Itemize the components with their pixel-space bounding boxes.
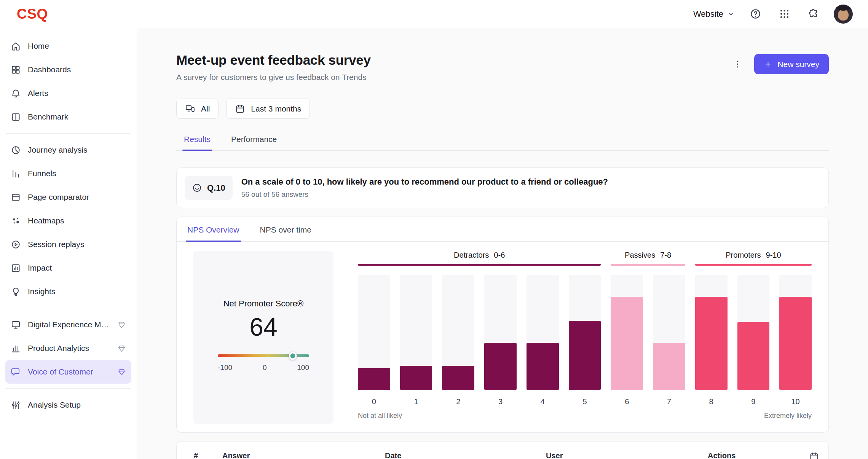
sidebar-item-product-analytics[interactable]: Product Analytics [5, 336, 131, 360]
sidebar-item-funnels[interactable]: Funnels [5, 162, 131, 185]
sidebar-item-label: Product Analytics [28, 344, 89, 353]
sidebar-item-page-comparator[interactable]: Page comparator [5, 185, 131, 209]
gauge-max-label: 100 [297, 363, 309, 372]
nps-gauge [218, 354, 309, 357]
group-label: Detractors0-6 [454, 251, 505, 260]
help-button[interactable] [747, 6, 764, 22]
bar-2[interactable] [442, 275, 474, 390]
x-tick-3: 3 [484, 397, 517, 406]
sidebar-item-label: Page comparator [28, 193, 89, 202]
body: HomeDashboardsAlertsBenchmarkJourney ana… [0, 28, 868, 459]
date-range-label: Last 3 months [251, 104, 301, 113]
question-text-block: On a scale of 0 to 10, how likely are yo… [241, 176, 608, 199]
x-tick-10: 10 [779, 397, 812, 406]
project-switcher[interactable]: Website [693, 9, 735, 19]
results-performance-tabs: Results Performance [176, 134, 829, 151]
sidebar-item-analysis-setup[interactable]: Analysis Setup [5, 393, 131, 417]
help-icon [750, 8, 761, 20]
x-tick-2: 2 [442, 397, 474, 406]
topbar-actions: Website [693, 5, 853, 24]
column-header-num[interactable]: # [194, 451, 222, 459]
nps-score-panel: Net Promoter Score® 64 -100 0 100 [193, 251, 333, 424]
answers-table-header-row: #AnswerDateUserActions [194, 451, 809, 459]
bar-9[interactable] [737, 275, 770, 390]
bar-0[interactable] [358, 275, 390, 390]
x-tick-8: 8 [695, 397, 728, 406]
tab-results[interactable]: Results [182, 134, 212, 150]
sidebar-item-heatmaps[interactable]: Heatmaps [5, 209, 131, 233]
voice-of-customer-icon [11, 367, 21, 377]
bar-7[interactable] [653, 275, 685, 390]
gem-icon [117, 320, 126, 329]
x-tick-0: 0 [358, 397, 390, 406]
column-header-answer[interactable]: Answer [222, 451, 385, 459]
dashboards-icon [11, 65, 21, 75]
bar-fill-9 [737, 322, 770, 390]
group-header-detractors: Detractors0-6 [358, 251, 601, 266]
insights-icon [11, 287, 21, 297]
column-header-actions[interactable]: Actions [708, 451, 736, 459]
apps-grid-icon [779, 8, 790, 20]
new-survey-label: New survey [777, 60, 819, 69]
nps-score-label: Net Promoter Score® [223, 299, 304, 309]
sidebar-item-impact[interactable]: Impact [5, 256, 131, 280]
sidebar-item-label: Digital Experience Monitor... [28, 320, 110, 329]
bar-5[interactable] [569, 275, 601, 390]
bar-1[interactable] [400, 275, 432, 390]
devices-icon [185, 104, 195, 114]
csq-logo: CSQ [17, 6, 48, 22]
sidebar-item-label: Funnels [28, 169, 56, 178]
tab-nps-over-time[interactable]: NPS over time [258, 217, 313, 241]
column-header-date[interactable]: Date [385, 451, 546, 459]
sidebar-item-home[interactable]: Home [5, 34, 131, 58]
x-tick-4: 4 [527, 397, 559, 406]
sidebar-item-alerts[interactable]: Alerts [5, 81, 131, 105]
sidebar-item-digital-experience-monitoring[interactable]: Digital Experience Monitor... [5, 313, 131, 336]
group-line [611, 264, 685, 266]
x-tick-5: 5 [569, 397, 601, 406]
question-card: Q.10 On a scale of 0 to 10, how likely a… [176, 167, 829, 208]
sidebar-item-dashboards[interactable]: Dashboards [5, 58, 131, 81]
device-filter-button[interactable]: All [176, 99, 219, 119]
bar-6[interactable] [611, 275, 643, 390]
nps-body: Net Promoter Score® 64 -100 0 100 [177, 242, 828, 432]
table-calendar-icon[interactable] [809, 451, 819, 459]
sidebar-item-voice-of-customer[interactable]: Voice of Customer [5, 360, 131, 384]
bar-fill-3 [484, 343, 517, 390]
tab-nps-overview[interactable]: NPS Overview [186, 217, 241, 241]
smiley-icon [192, 183, 202, 193]
sidebar: HomeDashboardsAlertsBenchmarkJourney ana… [0, 28, 137, 459]
group-line [695, 264, 812, 266]
analysis-setup-icon [11, 400, 21, 410]
avatar[interactable] [834, 5, 853, 24]
x-tick-7: 7 [653, 397, 685, 406]
apps-button[interactable] [776, 6, 793, 22]
sidebar-item-label: Impact [28, 263, 52, 273]
date-range-filter-button[interactable]: Last 3 months [226, 99, 310, 119]
main-content: Meet-up event feedback survey A survey f… [137, 28, 868, 459]
plus-icon [764, 60, 772, 69]
tab-performance[interactable]: Performance [230, 134, 278, 150]
sidebar-item-benchmark[interactable]: Benchmark [5, 105, 131, 129]
kebab-menu-button[interactable] [729, 56, 746, 73]
question-answers-count: 56 out of 56 answers [241, 190, 608, 199]
extensions-button[interactable] [805, 6, 822, 22]
bar-fill-7 [653, 343, 685, 390]
gauge-mid-label: 0 [263, 363, 267, 372]
chart-bars [358, 275, 812, 390]
chart-captions: Not at all likely Extremely likely [358, 412, 812, 420]
bar-8[interactable] [695, 275, 728, 390]
sidebar-item-journey-analysis[interactable]: Journey analysis [5, 138, 131, 162]
bar-4[interactable] [527, 275, 559, 390]
new-survey-button[interactable]: New survey [754, 54, 829, 74]
bar-3[interactable] [484, 275, 517, 390]
gauge-marker[interactable] [289, 352, 297, 360]
page-subtitle: A survey for customers to give us feedba… [176, 73, 371, 82]
filters-row: All Last 3 months [176, 99, 829, 119]
column-header-user[interactable]: User [546, 451, 708, 459]
gem-icon [117, 344, 126, 353]
sidebar-item-insights[interactable]: Insights [5, 280, 131, 303]
sidebar-item-session-replays[interactable]: Session replays [5, 233, 131, 256]
gauge-min-label: -100 [218, 363, 232, 372]
bar-10[interactable] [779, 275, 812, 390]
